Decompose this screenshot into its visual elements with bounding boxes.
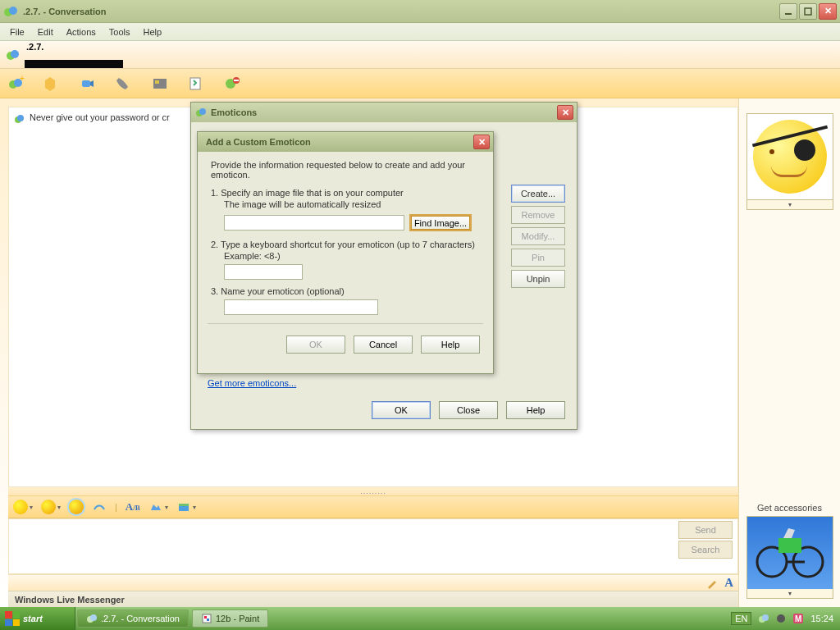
system-tray: EN M 15:24 <box>731 612 840 625</box>
svg-point-5 <box>11 50 19 58</box>
svg-rect-2 <box>785 13 792 15</box>
step1-label: 1. Specify an image file that is on your… <box>211 188 480 198</box>
language-indicator[interactable]: EN <box>731 612 751 625</box>
compose-footer: A <box>8 574 738 591</box>
svg-rect-29 <box>207 619 209 621</box>
block-icon[interactable] <box>223 75 241 93</box>
svg-rect-11 <box>155 80 159 84</box>
voice-clip-icon[interactable] <box>69 500 84 514</box>
handwrite-icon[interactable] <box>706 577 719 590</box>
menu-tools[interactable]: Tools <box>103 25 137 39</box>
tray-clock[interactable]: 15:24 <box>810 614 833 623</box>
emoticon-wink-icon[interactable]: ▾ <box>41 500 61 514</box>
shortcut-input[interactable] <box>224 264 303 280</box>
dialog-divider <box>208 323 483 324</box>
taskbar-item-paint[interactable]: 12b - Paint <box>192 609 268 628</box>
svg-point-17 <box>17 115 24 121</box>
emoticons-ok-button[interactable]: OK <box>372 401 431 419</box>
step3-label: 3. Name your emoticon (optional) <box>211 286 480 296</box>
compose-input[interactable]: Send Search <box>8 518 738 574</box>
send-button[interactable]: Send <box>678 521 733 539</box>
splitter[interactable]: ......... <box>8 487 738 495</box>
window-titlebar: .2.7. - Conversation ✕ <box>0 0 840 23</box>
custom-intro-text: Provide the information requested below … <box>211 160 480 180</box>
emoticons-dialog-title: Emoticons <box>211 107 557 117</box>
custom-close-button[interactable]: ✕ <box>473 135 490 149</box>
svg-point-31 <box>762 614 769 621</box>
emoticons-close-btn[interactable]: Close <box>439 401 498 419</box>
contact-name: .2.7. <box>26 42 123 52</box>
image-path-input[interactable] <box>224 215 404 231</box>
get-more-emoticons-link[interactable]: Get more emoticons... <box>208 378 296 388</box>
messenger-icon <box>3 4 18 19</box>
svg-rect-19 <box>179 504 189 506</box>
emoticons-dialog-titlebar[interactable]: Emoticons ✕ <box>191 103 577 122</box>
modify-button: Modify... <box>511 227 565 245</box>
unpin-button[interactable]: Unpin <box>511 270 565 288</box>
send-file-icon[interactable] <box>43 75 61 93</box>
window-title: .2.7. - Conversation <box>23 7 779 16</box>
minimize-button[interactable] <box>779 3 797 20</box>
create-button[interactable]: Create... <box>511 185 565 203</box>
svg-text:+: + <box>20 75 25 83</box>
svg-rect-28 <box>204 616 207 619</box>
pirate-smiley-icon <box>753 120 827 194</box>
tray-messenger-icon[interactable] <box>758 613 769 624</box>
emoticon-smile-icon[interactable]: ▾ <box>13 500 33 514</box>
call-icon[interactable] <box>115 75 133 93</box>
my-avatar <box>746 516 833 590</box>
contact-status-icon <box>5 48 20 62</box>
taskbar-item-label: .2.7. - Conversation <box>101 614 180 623</box>
games-icon[interactable] <box>187 75 205 93</box>
add-custom-emoticon-dialog: Add a Custom Emoticon ✕ Provide the info… <box>197 131 494 374</box>
find-image-button[interactable]: Find Image... <box>409 214 472 231</box>
contact-email-redacted <box>25 60 123 68</box>
custom-help-button[interactable]: Help <box>421 336 480 354</box>
svg-point-24 <box>199 108 206 115</box>
step1-sublabel: The image will be automatically resized <box>224 199 480 209</box>
conversation-toolbar: + <box>0 69 840 98</box>
background-icon[interactable]: ▾ <box>148 500 168 514</box>
tray-app-icon[interactable]: M <box>792 613 804 624</box>
password-warning-text: Never give out your password or cr <box>30 112 170 122</box>
taskbar-item-conversation[interactable]: .2.7. - Conversation <box>77 609 189 628</box>
packs-icon[interactable]: ▾ <box>176 500 196 514</box>
custom-dialog-title: Add a Custom Emoticon <box>206 137 473 147</box>
emoticons-close-button[interactable]: ✕ <box>557 105 573 120</box>
start-button[interactable]: start <box>0 607 75 630</box>
svg-point-32 <box>777 614 785 623</box>
svg-rect-22 <box>778 538 801 553</box>
menu-actions[interactable]: Actions <box>60 25 103 39</box>
messenger-icon <box>194 106 208 119</box>
invite-icon[interactable]: + <box>7 75 25 93</box>
search-button[interactable]: Search <box>678 541 733 559</box>
contact-avatar <box>746 113 833 200</box>
menubar: File Edit Actions Tools Help <box>0 23 840 41</box>
windows-logo-icon <box>5 611 20 626</box>
svg-point-1 <box>9 7 17 15</box>
emoticon-name-input[interactable] <box>224 299 378 315</box>
font-icon[interactable]: A/B <box>126 500 140 514</box>
tray-volume-icon[interactable] <box>776 614 786 623</box>
custom-cancel-button[interactable]: Cancel <box>354 336 413 354</box>
webcam-icon[interactable] <box>79 75 97 93</box>
svg-point-26 <box>90 614 97 621</box>
maximize-button[interactable] <box>799 3 817 20</box>
menu-help[interactable]: Help <box>136 25 168 39</box>
avatar-dropdown[interactable]: ▾ <box>746 200 833 210</box>
custom-dialog-titlebar[interactable]: Add a Custom Emoticon ✕ <box>198 132 493 152</box>
menu-edit[interactable]: Edit <box>31 25 60 39</box>
svg-rect-9 <box>82 80 90 87</box>
font-format-icon[interactable]: A <box>724 576 733 590</box>
close-button[interactable]: ✕ <box>819 3 837 20</box>
menu-file[interactable]: File <box>3 25 31 39</box>
activities-icon[interactable] <box>151 75 169 93</box>
step2-label: 2. Type a keyboard shortcut for your emo… <box>211 240 480 249</box>
accessories-label[interactable]: Get accessories <box>757 500 822 516</box>
svg-rect-15 <box>234 80 239 81</box>
custom-ok-button: OK <box>286 336 345 354</box>
emoticons-help-button[interactable]: Help <box>506 401 565 419</box>
svg-text:M: M <box>795 614 801 623</box>
nudge-icon[interactable] <box>92 500 107 514</box>
my-avatar-dropdown[interactable]: ▾ <box>746 589 833 599</box>
